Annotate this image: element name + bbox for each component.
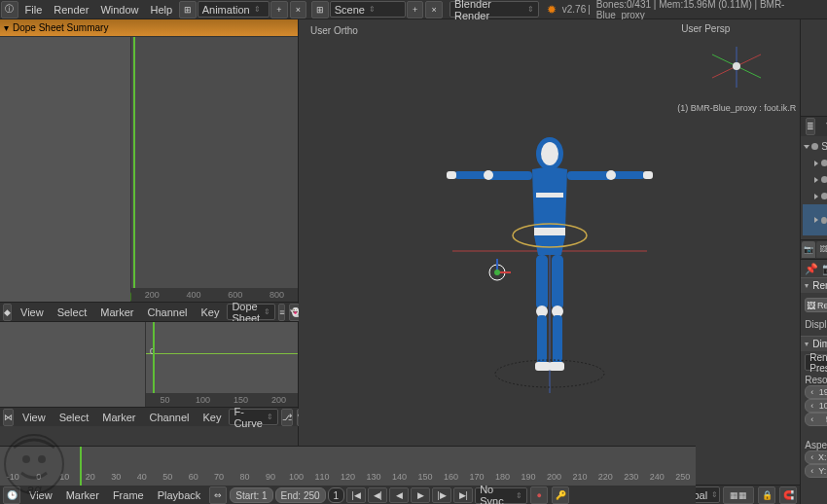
graph-menu-select[interactable]: Select bbox=[54, 412, 95, 423]
disclosure-icon[interactable] bbox=[814, 161, 818, 166]
svg-rect-14 bbox=[487, 171, 532, 180]
jump-start-button[interactable]: |◀ bbox=[346, 487, 366, 503]
snap-toggle-icon[interactable]: 🧲 bbox=[779, 486, 797, 504]
graph-menu-channel[interactable]: Channel bbox=[143, 412, 195, 423]
svg-rect-24 bbox=[553, 315, 562, 364]
outliner-item[interactable]: BMR-Blue |👁▷📷 bbox=[803, 188, 827, 204]
jump-end-button[interactable]: ▶| bbox=[453, 487, 473, 503]
dope-menu-channel[interactable]: Channel bbox=[141, 306, 193, 318]
aspect-ratio-label: Aspect Ratio: bbox=[805, 440, 827, 450]
dope-menu-marker[interactable]: Marker bbox=[94, 306, 139, 318]
outliner-item[interactable]: BMR-Blue_proxy👁▷📷 bbox=[803, 204, 827, 235]
dope-summary-toggle[interactable]: ≡ bbox=[278, 304, 285, 321]
layout-prev-icon[interactable]: ⊞ bbox=[179, 1, 197, 18]
graph-channel-region[interactable] bbox=[0, 322, 146, 407]
autokey-toggle-icon[interactable]: ● bbox=[530, 486, 548, 504]
panel-render-header[interactable]: Render bbox=[801, 277, 827, 293]
dope-mode-dropdown[interactable]: Dope Sheet bbox=[227, 304, 275, 320]
play-button[interactable]: ▶ bbox=[411, 487, 430, 503]
outliner-editor-icon[interactable]: ≣ bbox=[806, 118, 815, 135]
keying-set-icon[interactable]: 🔑 bbox=[552, 486, 569, 504]
tl-menu-playback[interactable]: Playback bbox=[152, 489, 207, 501]
sync-dropdown[interactable]: No Sync bbox=[475, 487, 527, 504]
render-button[interactable]: 🖼Render bbox=[805, 298, 827, 312]
menu-file[interactable]: File bbox=[19, 4, 49, 16]
disclosure-icon[interactable] bbox=[804, 145, 809, 149]
info-icon[interactable]: ⓘ bbox=[1, 1, 18, 18]
scene-browse-icon[interactable]: ⊞ bbox=[311, 1, 329, 18]
disclosure-icon[interactable] bbox=[814, 217, 818, 223]
aspect-y-field[interactable]: ‹Y: 1.000› bbox=[805, 464, 827, 478]
resolution-x-field[interactable]: ‹1920 px› bbox=[805, 385, 827, 399]
timeline-editor-icon[interactable]: 🕒 bbox=[3, 486, 20, 504]
props-context-row: 📌 📷 Scene bbox=[801, 260, 827, 277]
tab-render[interactable]: 📷 bbox=[802, 241, 815, 258]
start-frame-field[interactable]: Start: 1 bbox=[230, 487, 272, 503]
menu-help[interactable]: Help bbox=[145, 4, 179, 16]
range-toggle-icon[interactable]: ⇔ bbox=[209, 486, 227, 504]
resolution-pct-field[interactable]: ‹50%› bbox=[805, 413, 827, 426]
graph-mode-dropdown[interactable]: F-Curve bbox=[229, 409, 277, 425]
keyframe-prev-button[interactable]: ◀| bbox=[368, 487, 387, 503]
graph-curve-region[interactable]: 0 1 50100150200 bbox=[146, 322, 298, 407]
render-engine-dropdown[interactable]: Blender Render bbox=[449, 1, 539, 18]
left-column: ▾ Dope Sheet Summary 1 200400600800 ◆ Vi… bbox=[0, 19, 299, 504]
svg-rect-17 bbox=[447, 171, 456, 179]
layout-del-icon[interactable]: × bbox=[290, 1, 307, 18]
graph-cursor-y[interactable] bbox=[146, 353, 298, 354]
outliner-item-label: Scene bbox=[821, 139, 827, 154]
dope-menu-key[interactable]: Key bbox=[195, 306, 225, 318]
outliner-item[interactable]: World bbox=[803, 171, 827, 188]
pin-icon[interactable]: 📌 bbox=[805, 263, 818, 275]
dope-summary-row[interactable]: ▾ Dope Sheet Summary bbox=[0, 19, 298, 37]
tl-menu-frame[interactable]: Frame bbox=[107, 489, 150, 501]
scene-dropdown[interactable]: Scene bbox=[330, 1, 406, 18]
viewport-camera-preview[interactable]: User Persp (1) BMR-Blue_proxy : foot.ik.… bbox=[673, 19, 800, 117]
keyframe-next-button[interactable]: |▶ bbox=[432, 487, 451, 503]
play-reverse-button[interactable]: ◀ bbox=[389, 487, 409, 503]
graph-editor: 0 1 50100150200 ⋈ View Select Marker Cha… bbox=[0, 321, 298, 426]
scene-del-icon[interactable]: × bbox=[425, 1, 443, 18]
menu-window[interactable]: Window bbox=[94, 4, 144, 16]
viewport-character[interactable] bbox=[443, 125, 657, 399]
timeline-region[interactable]: -100102030405060708090100110120130140150… bbox=[0, 447, 696, 486]
screen-layout-dropdown[interactable]: Animation bbox=[198, 1, 270, 18]
scene-add-icon[interactable]: + bbox=[407, 1, 424, 18]
outliner-item[interactable]: RenderLayers | bbox=[803, 155, 827, 171]
end-frame-field[interactable]: End: 250 bbox=[275, 487, 326, 503]
graph-normalize-icon[interactable]: ⎇ bbox=[281, 409, 293, 426]
stats-label: | bbox=[588, 4, 591, 15]
render-presets-dropdown[interactable]: Render Presets bbox=[805, 354, 827, 371]
dope-menu-select[interactable]: Select bbox=[52, 306, 93, 318]
dope-menu-view[interactable]: View bbox=[15, 306, 50, 318]
dope-playhead[interactable]: 1 bbox=[133, 37, 135, 302]
current-frame-field[interactable]: 1 bbox=[328, 487, 345, 503]
resolution-y-field[interactable]: ‹1080 px› bbox=[805, 399, 827, 413]
graph-menu-view[interactable]: View bbox=[17, 412, 52, 423]
layers-widget[interactable]: ▦▦ bbox=[723, 486, 754, 504]
graph-menu-key[interactable]: Key bbox=[197, 412, 227, 423]
lock-camera-icon[interactable]: 🔒 bbox=[758, 486, 775, 504]
menu-render[interactable]: Render bbox=[48, 4, 94, 16]
summary-expand-icon[interactable]: ▾ bbox=[4, 22, 9, 33]
layout-add-icon[interactable]: + bbox=[270, 1, 288, 18]
dope-channel-region[interactable] bbox=[0, 37, 131, 302]
tab-render-layers[interactable]: 🖼 bbox=[816, 241, 827, 258]
aspect-x-field[interactable]: ‹X: 1.000› bbox=[805, 450, 827, 464]
dope-graph-region[interactable]: 1 200400600800 bbox=[131, 37, 298, 302]
datablock-icon bbox=[821, 193, 827, 199]
disclosure-icon[interactable] bbox=[814, 194, 818, 199]
graph-header: ⋈ View Select Marker Channel Key F-Curve… bbox=[0, 407, 298, 426]
graph-menu-marker[interactable]: Marker bbox=[96, 412, 141, 423]
graph-editor-icon[interactable]: ⋈ bbox=[3, 409, 14, 426]
dope-editor-icon[interactable]: ◆ bbox=[3, 304, 12, 321]
svg-point-31 bbox=[494, 270, 500, 275]
tl-menu-marker[interactable]: Marker bbox=[60, 489, 105, 501]
outliner-menu-view[interactable]: View bbox=[820, 121, 827, 132]
disclosure-icon[interactable] bbox=[814, 177, 818, 183]
panel-dimensions-header[interactable]: Dimensions bbox=[801, 336, 827, 351]
3d-viewport[interactable]: User Ortho User Persp (1) BMR-Blue_proxy… bbox=[299, 19, 800, 485]
context-camera-icon: 📷 bbox=[822, 263, 827, 275]
tl-menu-view[interactable]: View bbox=[23, 489, 58, 501]
outliner-item[interactable]: Scene bbox=[803, 138, 827, 155]
